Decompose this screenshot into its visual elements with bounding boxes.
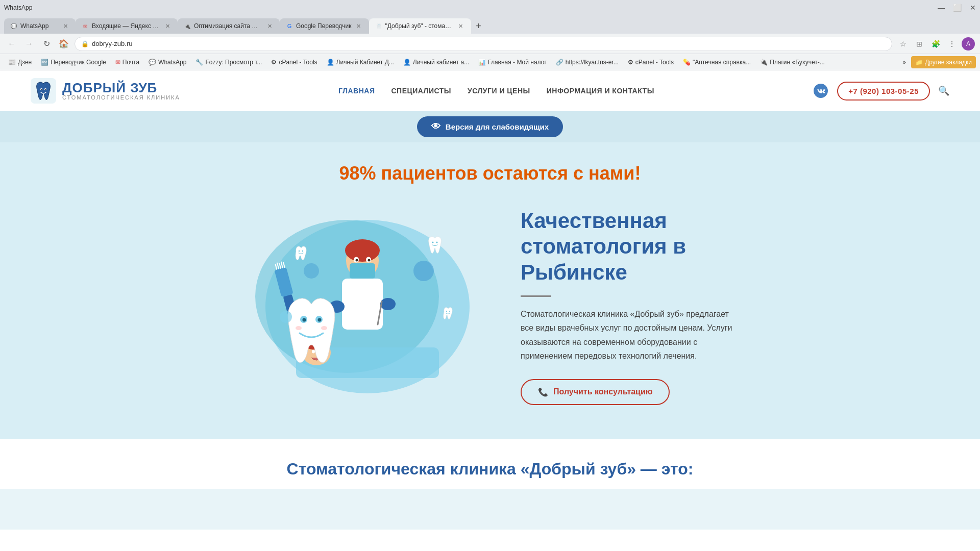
svg-point-7 [432,242,434,243]
accessibility-button[interactable]: 👁 Версия для слабовидящих [417,116,563,137]
bookmarks-more-button[interactable]: » [898,56,910,68]
bookmark-label-plugin: Плагин «Бухучет-... [770,59,825,66]
tab-close-whatsapp[interactable]: ✕ [61,22,69,30]
hero-title: Качественная стоматология в Рыбинске [521,208,735,285]
bookmark-star-button[interactable]: ☆ [896,37,910,51]
tab-dental[interactable]: 🦷 "Добрый зуб" - стоматологиче... ✕ [369,18,471,34]
svg-rect-32 [342,279,383,330]
eye-icon: 👁 [431,121,440,132]
phone-button[interactable]: +7 (920) 103-05-25 [837,82,930,101]
hero-description: Стоматологическая клиника «Добрый зуб» п… [521,307,735,363]
window-controls[interactable]: — ⬜ ✕ [938,4,976,12]
bookmark-cpanel1[interactable]: ⚙ cPanel - Tools [267,56,321,68]
svg-point-3 [41,89,42,90]
svg-point-38 [303,318,306,322]
bookmark-cabinet1[interactable]: 👤 Личный Кабинет Д... [323,56,398,68]
bookmark-plugin[interactable]: 🔌 Плагин «Бухучет-... [756,56,829,68]
nav-services[interactable]: УСЛУГИ И ЦЕНЫ [468,87,530,95]
consult-button[interactable]: 📞 Получить консультацию [521,379,670,405]
svg-point-34 [380,298,396,310]
site-navigation: ГЛАВНАЯ СПЕЦИАЛИСТЫ УСЛУГИ И ЦЕНЫ ИНФОРМ… [338,87,654,95]
tab-plugins[interactable]: 🔌 Оптимизация сайта WP с плаги... ✕ [178,18,280,34]
bookmark-label-fozzy: Fozzy: Просмотр т... [205,59,262,66]
bookmarks-bar: 📰 Дзен 🔤 Переводчик Google ✉ Почта 💬 Wha… [0,54,980,70]
site-header-right: +7 (920) 103-05-25 🔍 [813,82,949,101]
cpanel1-icon: ⚙ [271,59,277,66]
close-button[interactable]: ✕ [970,4,976,12]
tab-translate[interactable]: G Google Переводчик ✕ [280,18,369,34]
profile-avatar[interactable]: А [962,37,975,51]
menu-button[interactable]: ⋮ [945,37,959,51]
hero-title-line2: стоматология в [521,234,686,258]
tab-group-button[interactable]: ⊞ [913,37,926,51]
forward-button[interactable]: → [22,37,36,51]
bookmark-cpanel2[interactable]: ⚙ cPanel - Tools [624,56,678,68]
extensions-button[interactable]: 🧩 [929,37,942,51]
bookmark-whatsapp[interactable]: 💬 WhatsApp [144,56,190,68]
tab-title-translate: Google Переводчик [296,22,352,30]
svg-point-9 [299,251,300,252]
bookmark-label-cabinet1: Личный Кабинет Д... [336,59,394,66]
url-bar[interactable]: 🔒 dobryy-zub.ru [75,37,892,51]
nav-specialists[interactable]: СПЕЦИАЛИСТЫ [391,87,452,95]
minimize-button[interactable]: — [938,4,945,12]
bookmark-apteka[interactable]: 💊 "Аптечная справка... [679,56,755,68]
tab-close-translate[interactable]: ✕ [355,22,363,30]
nav-home[interactable]: ГЛАВНАЯ [338,87,375,95]
whatsapp-icon: 💬 [149,59,156,66]
home-button[interactable]: 🏠 [57,37,70,51]
hero-image-area [245,205,490,409]
tab-mail[interactable]: ✉ Входящие — Яндекс Почта ✕ [76,18,178,34]
bookmark-label-dzen: Дзен [18,59,32,66]
svg-point-42 [413,261,434,281]
tab-favicon-mail: ✉ [82,22,89,30]
dzen-icon: 📰 [8,59,16,66]
maximize-button[interactable]: ⬜ [953,4,962,12]
vk-social-button[interactable] [813,83,829,99]
secure-icon: 🔒 [81,40,89,47]
bookmark-label-cabinet2: Личный кабинет а... [413,59,469,66]
svg-point-12 [449,311,450,312]
search-button[interactable]: 🔍 [938,85,949,96]
url-text: dobryy-zub.ru [92,40,132,47]
tab-favicon-translate: G [286,22,293,30]
hero-title-line1: Качественная [521,209,667,233]
bookmark-mail[interactable]: ✉ Почта [111,56,143,68]
cpanel2-icon: ⚙ [628,59,633,66]
tab-close-mail[interactable]: ✕ [163,22,172,30]
tab-close-dental[interactable]: ✕ [457,22,465,30]
site-header: ДОБРЫЙ ЗУБ СТОМАТОЛОГИЧЕСКАЯ КЛИНИКА ГЛА… [0,70,980,111]
bottom-title: Стоматологическая клиника «Добрый зуб» —… [0,460,980,479]
tab-close-plugins[interactable]: ✕ [265,22,274,30]
address-bar: ← → ↻ 🏠 🔒 dobryy-zub.ru ☆ ⊞ 🧩 ⋮ А [0,34,980,54]
lkyar-icon: 🔗 [556,59,564,66]
reload-button[interactable]: ↻ [40,37,53,51]
tab-whatsapp[interactable]: 💬 WhatsApp ✕ [4,18,76,34]
bookmark-nalog[interactable]: 📊 Главная - Мой налог [474,56,551,68]
svg-point-23 [312,350,315,354]
nav-info[interactable]: ИНФОРМАЦИЯ И КОНТАКТЫ [547,87,654,95]
tab-title-whatsapp: WhatsApp [20,22,58,30]
new-tab-button[interactable]: + [471,18,486,34]
hero-headline: 98% пациентов остаются с нами! [41,163,939,184]
tab-title-plugins: Оптимизация сайта WP с плаги... [194,22,262,30]
svg-point-41 [321,326,327,330]
bookmark-cabinet2[interactable]: 👤 Личный кабинет а... [399,56,473,68]
back-button[interactable]: ← [5,37,18,51]
title-bar: WhatsApp — ⬜ ✕ [0,0,980,15]
bookmark-label-translate: Переводчик Google [51,59,106,66]
tab-favicon-plugins: 🔌 [184,22,191,30]
bookmark-label-apteka: "Аптечная справка... [693,59,751,66]
bookmarks-folder[interactable]: 📁 Другие закладки [911,56,976,68]
svg-point-31 [368,259,371,262]
bookmark-fozzy[interactable]: 🔧 Fozzy: Просмотр т... [191,56,266,68]
tab-title-mail: Входящие — Яндекс Почта [92,22,160,30]
svg-point-44 [280,311,292,323]
bookmark-lkyar[interactable]: 🔗 https://lkyar.tns-er... [552,56,623,68]
bookmark-label-mail: Почта [122,59,139,66]
bookmark-translate[interactable]: 🔤 Переводчик Google [37,56,110,68]
bookmark-dzen[interactable]: 📰 Дзен [4,56,36,68]
plugin-icon: 🔌 [760,59,768,66]
svg-point-43 [304,263,319,279]
mail-icon: ✉ [115,59,120,66]
